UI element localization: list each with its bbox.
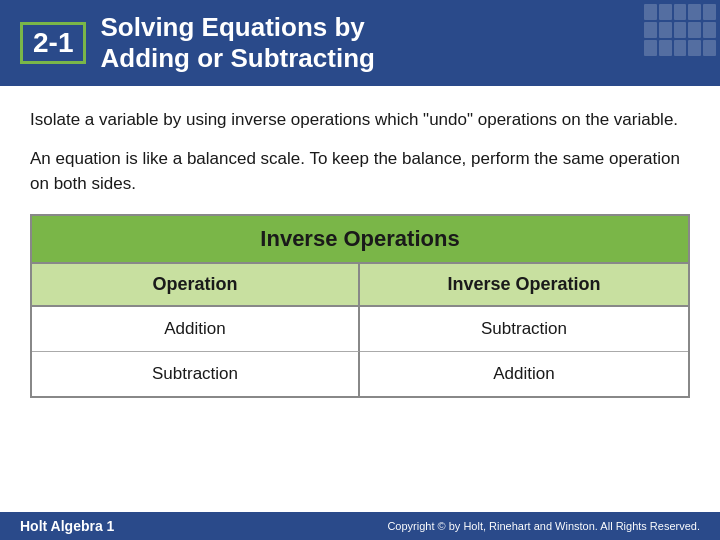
- footer-left: Holt Algebra 1: [20, 518, 114, 534]
- content-area: Isolate a variable by using inverse oper…: [0, 86, 720, 414]
- col-header-inverse: Inverse Operation: [360, 264, 688, 307]
- col-header-operation: Operation: [32, 264, 360, 307]
- paragraph-1: Isolate a variable by using inverse oper…: [30, 108, 690, 133]
- paragraph-2: An equation is like a balanced scale. To…: [30, 147, 690, 196]
- row2-inverse: Addition: [360, 352, 688, 396]
- inverse-operations-table: Inverse Operations Operation Inverse Ope…: [30, 214, 690, 398]
- table-grid: Operation Inverse Operation Addition Sub…: [32, 264, 688, 396]
- header-badge: 2-1: [20, 22, 86, 64]
- footer-right: Copyright © by Holt, Rinehart and Winsto…: [387, 520, 700, 532]
- header-title: Solving Equations by Adding or Subtracti…: [100, 12, 374, 74]
- header-title-line2: Adding or Subtracting: [100, 43, 374, 74]
- footer: Holt Algebra 1 Copyright © by Holt, Rine…: [0, 512, 720, 540]
- header-title-line1: Solving Equations by: [100, 12, 374, 43]
- decorative-grid: [640, 0, 720, 60]
- row2-operation: Subtraction: [32, 352, 360, 396]
- row1-operation: Addition: [32, 307, 360, 352]
- row1-inverse: Subtraction: [360, 307, 688, 352]
- table-title: Inverse Operations: [32, 216, 688, 264]
- header: 2-1 Solving Equations by Adding or Subtr…: [0, 0, 720, 86]
